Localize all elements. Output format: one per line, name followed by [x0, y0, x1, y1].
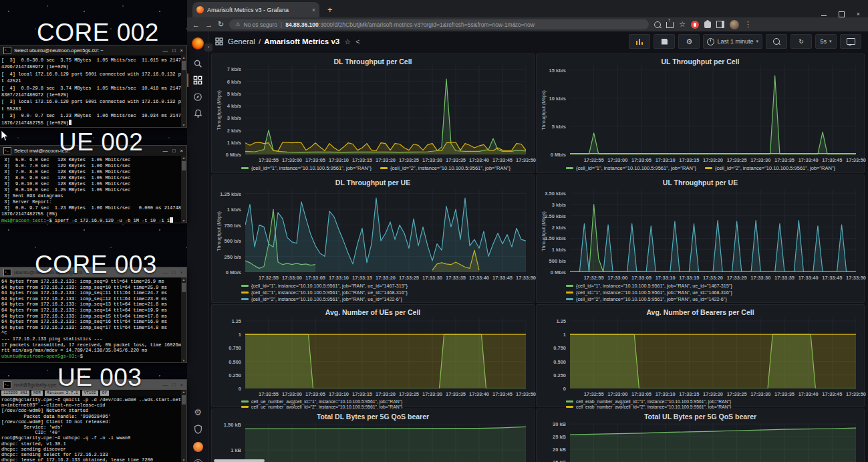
- sidebar-item-server-admin[interactable]: [187, 421, 208, 437]
- terminal-scrollbar[interactable]: ▲▼: [181, 277, 186, 362]
- terminal-content[interactable]: 3] 5.0- 6.0 sec 128 KBytes 1.05 Mbits/se…: [0, 156, 181, 223]
- panel-legend[interactable]: {cell_id="1", instance="10.10.100.5:9561…: [566, 165, 861, 171]
- close-icon[interactable]: ×: [180, 382, 183, 388]
- legend-item[interactable]: {cell_id="1", instance="10.10.100.5:9561…: [566, 165, 696, 171]
- extensions-puzzle-icon[interactable]: [704, 21, 711, 28]
- legend-item[interactable]: cell_ue_number_avg{cell_id="1", instance…: [241, 399, 402, 404]
- back-icon[interactable]: ←: [192, 21, 200, 29]
- minimize-icon[interactable]: —: [163, 148, 168, 154]
- sidebar-item-search[interactable]: [187, 55, 208, 72]
- minimize-icon[interactable]: —: [163, 382, 168, 388]
- zoom-out-time-button[interactable]: [766, 34, 787, 49]
- refresh-button[interactable]: ↻: [790, 34, 812, 49]
- chart-plot-area[interactable]: [245, 318, 526, 388]
- legend-item[interactable]: cell_erab_number_avg{cell_id="1", instan…: [566, 399, 731, 404]
- browser-profile-avatar[interactable]: [730, 20, 739, 29]
- panel-title[interactable]: DL Throughput per UE: [212, 179, 534, 187]
- sidebar-item-explore[interactable]: [187, 89, 208, 105]
- save-dashboard-button[interactable]: [654, 34, 675, 49]
- panel-total-dl-bytes-per-5g-qos-bearer[interactable]: Total DL Bytes per 5G QoS bearerBytes1 k…: [211, 409, 535, 462]
- sidebar-expand-icon[interactable]: ›: [204, 43, 212, 51]
- panel-legend[interactable]: {cell_id="1", instance="10.10.100.5:9561…: [241, 165, 531, 171]
- chart-plot-area[interactable]: [245, 190, 526, 272]
- tv-kiosk-button[interactable]: [840, 34, 861, 49]
- panel-legend[interactable]: {cell_id="1", instance="10.10.100.5:9561…: [241, 283, 531, 302]
- chart-plot-area[interactable]: [570, 318, 856, 388]
- sidebar-item-help[interactable]: ?: [187, 456, 208, 462]
- sidebar-item-dashboards[interactable]: [187, 72, 208, 88]
- panel-title[interactable]: Total DL Bytes per 5G QoS bearer: [212, 413, 534, 421]
- panel-title[interactable]: Total UL Bytes per 5G QoS bearer: [537, 413, 864, 421]
- zoom-icon[interactable]: [654, 21, 661, 28]
- chart-plot-area[interactable]: [570, 423, 856, 462]
- star-dashboard-icon[interactable]: ☆: [344, 37, 351, 46]
- sidebar-item-alerting[interactable]: [187, 106, 208, 122]
- legend-item[interactable]: {cell_id="1", instance="10.10.100.5:9561…: [566, 283, 732, 289]
- legend-item[interactable]: {cell_id="2", instance="10.10.100.5:9561…: [566, 296, 727, 302]
- panel-dl-throughput-per-cell[interactable]: DL Throughput per CellThroughput (Mbps)0…: [211, 53, 535, 173]
- breadcrumb[interactable]: General / Amarisoft Metrics v3: [228, 37, 339, 45]
- terminal-content[interactable]: 64 bytes from 172.16.2.133: icmp_seq=9 t…: [0, 277, 181, 362]
- scrollbar-thumb[interactable]: [182, 61, 186, 70]
- address-bar[interactable]: ⚠ No es seguro | 84.88.36.100:3000/d/2hC…: [229, 19, 649, 29]
- dashboard-settings-button[interactable]: ⚙: [678, 34, 700, 49]
- panel-legend[interactable]: cell_ue_number_avg{cell_id="1", instance…: [241, 399, 531, 409]
- close-icon[interactable]: ×: [180, 269, 183, 275]
- new-tab-button[interactable]: +: [327, 2, 333, 17]
- chart-plot-area[interactable]: [245, 66, 526, 154]
- legend-item[interactable]: {cell_id="2", instance="10.10.100.5:9561…: [241, 296, 402, 302]
- sidebar-item-settings[interactable]: ⚙: [187, 404, 208, 420]
- legend-item[interactable]: {cell_id="1", instance="10.10.100.5:9561…: [241, 290, 408, 296]
- horizontal-scrollbar-thumb[interactable]: [214, 459, 265, 462]
- chart-plot-area[interactable]: [570, 66, 856, 154]
- panel-legend[interactable]: {cell_id="1", instance="10.10.100.5:9561…: [566, 283, 861, 302]
- close-icon[interactable]: ×: [857, 11, 860, 17]
- panel-title[interactable]: DL Throughput per Cell: [212, 57, 534, 66]
- time-range-picker[interactable]: Last 1 minute ▾: [703, 34, 762, 49]
- terminal-scrollbar[interactable]: ▲▼: [181, 55, 186, 127]
- panel-title[interactable]: UL Throughput per Cell: [537, 57, 864, 66]
- breadcrumb-folder[interactable]: General: [228, 37, 255, 45]
- sidebar-item-user-avatar[interactable]: [187, 439, 208, 455]
- panel-avg-number-of-ues-per-cell[interactable]: Avg. Number of UEs per Cell00.2500.5000.…: [211, 304, 535, 407]
- share-dashboard-icon[interactable]: <: [355, 37, 359, 45]
- close-icon[interactable]: ×: [180, 47, 183, 53]
- browser-tab[interactable]: Amarisoft Metrics v3 - Grafana ×: [192, 2, 319, 17]
- forward-icon[interactable]: →: [205, 21, 212, 29]
- maximize-icon[interactable]: □: [172, 47, 176, 53]
- maximize-icon[interactable]: □: [172, 269, 176, 275]
- terminal-scrollbar[interactable]: ▲▼: [181, 156, 186, 223]
- panel-title[interactable]: UL Throughput per UE: [537, 179, 864, 187]
- scrollbar-thumb[interactable]: [182, 283, 186, 292]
- panel-dl-throughput-per-ue[interactable]: DL Throughput per UEThroughput (Mbps)0 M…: [211, 175, 535, 303]
- legend-item[interactable]: {cell_id="1", instance="10.10.100.5:9561…: [566, 290, 732, 296]
- add-panel-button[interactable]: [629, 34, 650, 49]
- panel-total-ul-bytes-per-5g-qos-bearer[interactable]: Total UL Bytes per 5G QoS bearerBytes15 …: [536, 409, 865, 462]
- terminal-content[interactable]: [ 3] 0.0-30.0 sec 3.75 MBytes 1.05 Mbits…: [0, 55, 181, 127]
- side-panel-icon[interactable]: [716, 21, 724, 28]
- panel-legend[interactable]: cell_erab_number_avg{cell_id="1", instan…: [566, 399, 861, 409]
- maximize-icon[interactable]: □: [172, 148, 176, 154]
- panel-avg-number-of-bearers-per-cell[interactable]: Avg. Number of Bearers per Cell00.2500.5…: [536, 304, 865, 407]
- adblock-extension-icon[interactable]: [691, 21, 699, 29]
- terminal-scrollbar[interactable]: ▲▼: [181, 390, 186, 462]
- maximize-icon[interactable]: [839, 11, 845, 17]
- panel-ul-throughput-per-ue[interactable]: UL Throughput per UEThroughput (Mbps)0 M…: [536, 175, 865, 303]
- legend-item[interactable]: {cell_id="2", instance="10.10.100.5:9561…: [380, 165, 511, 171]
- bookmark-star-icon[interactable]: ☆: [679, 20, 686, 29]
- minimize-icon[interactable]: —: [163, 47, 168, 53]
- tab-close-icon[interactable]: ×: [312, 7, 315, 13]
- chart-plot-area[interactable]: [570, 190, 856, 272]
- terminal-content[interactable]: 115200 8N1NORMinicom 2.7.1VT102Ofroot@5g…: [0, 390, 181, 462]
- refresh-interval-picker[interactable]: 5s ▾: [815, 34, 837, 49]
- share-icon[interactable]: [666, 22, 674, 28]
- minimize-icon[interactable]: [821, 15, 827, 16]
- terminal-title-bar[interactable]: ›_Select ubuntu@neutroon-open5gs-02: ~—□…: [0, 45, 186, 55]
- reload-icon[interactable]: ↻: [218, 20, 224, 29]
- scrollbar-thumb[interactable]: [182, 395, 186, 405]
- browser-menu-icon[interactable]: ⋮: [744, 20, 752, 29]
- panel-ul-throughput-per-cell[interactable]: UL Throughput per CellThroughput (Mbps)0…: [536, 53, 865, 173]
- scrollbar-thumb[interactable]: [182, 161, 186, 170]
- panel-title[interactable]: Avg. Number of Bearers per Cell: [537, 308, 864, 316]
- minimize-icon[interactable]: —: [163, 269, 168, 275]
